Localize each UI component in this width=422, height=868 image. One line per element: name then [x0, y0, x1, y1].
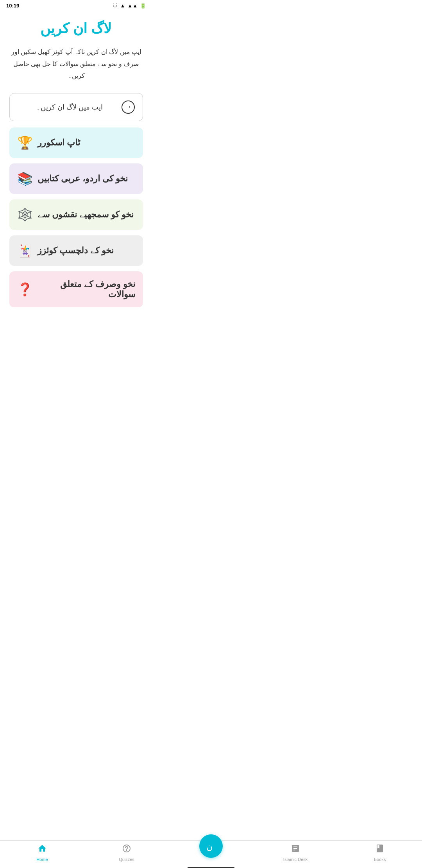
wifi-icon: ▲	[120, 3, 125, 9]
books-label: نخو کی اردو، عربی کتابیں	[38, 174, 128, 184]
login-button-label: ایپ میں لاگ ان کریں۔	[18, 103, 122, 111]
quiz-card-icon: 🃏	[17, 243, 33, 258]
top-scorer-card[interactable]: ٹاپ اسکورر 🏆	[9, 127, 143, 158]
network-icon: 🕸️	[17, 207, 33, 222]
page-title: لاگ ان کریں	[9, 19, 143, 38]
shield-icon: 🛡	[113, 3, 118, 9]
questions-card[interactable]: نخو وصرف کے متعلق سوالات ❓	[9, 271, 143, 307]
books-card[interactable]: نخو کی اردو، عربی کتابیں 📚	[9, 163, 143, 194]
status-time: 10:19	[6, 3, 19, 9]
quizzes-card[interactable]: نخو کے دلچسپ کوئزز 🃏	[9, 235, 143, 266]
page-description: ایپ میں لاگ ان کریں تاکہ آپ کوئز کھیل سک…	[9, 46, 143, 82]
arrow-right-icon: →	[122, 100, 135, 114]
books-icon: 📚	[17, 171, 33, 186]
diagrams-card[interactable]: نخو کو سمجھیے نقشوں سے 🕸️	[9, 199, 143, 230]
top-scorer-label: ٹاپ اسکورر	[38, 138, 80, 148]
questions-label: نخو وصرف کے متعلق سوالات	[38, 279, 135, 299]
status-bar: 10:19 🛡 ▲ ▲▲ 🔋	[0, 0, 152, 11]
diagrams-label: نخو کو سمجھیے نقشوں سے	[38, 210, 134, 220]
trophy-icon: 🏆	[17, 135, 33, 150]
status-icons: 🛡 ▲ ▲▲ 🔋	[113, 3, 146, 9]
quizzes-label: نخو کے دلچسپ کوئزز	[38, 246, 114, 256]
main-content: لاگ ان کریں ایپ میں لاگ ان کریں تاکہ آپ …	[0, 11, 152, 352]
signal-icon: ▲▲	[127, 3, 138, 9]
battery-icon: 🔋	[140, 3, 146, 9]
login-button[interactable]: → ایپ میں لاگ ان کریں۔	[9, 93, 143, 121]
question-icon: ❓	[17, 282, 33, 297]
